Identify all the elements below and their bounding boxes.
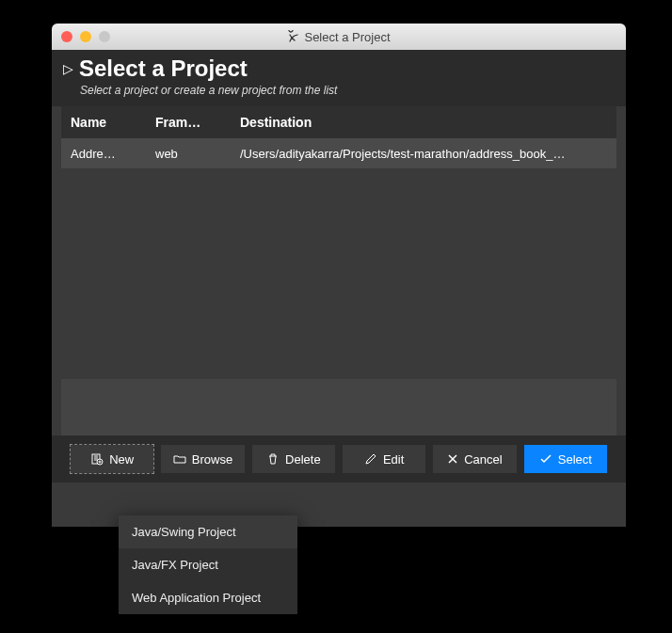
check-icon	[539, 452, 552, 466]
delete-button[interactable]: Delete	[252, 445, 335, 473]
cancel-button[interactable]: Cancel	[433, 445, 516, 473]
column-framework[interactable]: Fram…	[155, 115, 240, 130]
project-table: Name Fram… Destination Addre… web /Users…	[61, 106, 616, 379]
close-x-icon	[447, 453, 458, 465]
menu-java-swing[interactable]: Java/Swing Project	[119, 515, 297, 548]
table-body: Addre… web /Users/adityakarra/Projects/t…	[61, 138, 616, 379]
cancel-label: Cancel	[464, 452, 502, 467]
new-icon	[90, 452, 104, 466]
cell-destination: /Users/adityakarra/Projects/test-maratho…	[240, 147, 607, 161]
edit-button[interactable]: Edit	[343, 445, 425, 473]
edit-label: Edit	[383, 452, 404, 467]
table-row[interactable]: Addre… web /Users/adityakarra/Projects/t…	[61, 138, 616, 168]
cell-name: Addre…	[71, 147, 155, 161]
page-title: Select a Project	[79, 55, 248, 82]
page-subtitle: Select a project or create a new project…	[80, 84, 615, 97]
close-icon[interactable]	[61, 31, 72, 42]
run-icon	[287, 30, 300, 43]
titlebar: Select a Project	[52, 24, 626, 50]
browse-icon	[173, 452, 186, 466]
new-dropdown: Java/Swing Project Java/FX Project Web A…	[119, 515, 297, 614]
column-destination[interactable]: Destination	[240, 115, 607, 130]
new-button[interactable]: New	[71, 445, 153, 473]
button-bar: New Browse Delete Edit Cancel	[52, 435, 626, 483]
spacer	[61, 379, 616, 435]
window-title-wrap: Select a Project	[52, 30, 626, 44]
traffic-lights	[61, 31, 110, 42]
dialog-window: Select a Project ▷ Select a Project Sele…	[52, 24, 626, 527]
table-header: Name Fram… Destination	[61, 106, 616, 138]
new-label: New	[109, 452, 134, 467]
column-name[interactable]: Name	[71, 115, 155, 130]
select-label: Select	[558, 452, 592, 467]
cell-framework: web	[155, 147, 240, 161]
menu-web-app[interactable]: Web Application Project	[119, 581, 297, 614]
delete-label: Delete	[285, 452, 321, 467]
pencil-icon	[364, 452, 377, 466]
header: ▷ Select a Project Select a project or c…	[52, 50, 626, 106]
browse-button[interactable]: Browse	[161, 445, 244, 473]
menu-java-fx[interactable]: Java/FX Project	[119, 548, 297, 581]
maximize-icon[interactable]	[99, 31, 110, 42]
browse-label: Browse	[192, 452, 232, 467]
window-title: Select a Project	[304, 30, 390, 44]
select-button[interactable]: Select	[524, 445, 607, 473]
triangle-right-icon: ▷	[63, 61, 73, 76]
trash-icon	[266, 452, 280, 466]
minimize-icon[interactable]	[80, 31, 91, 42]
header-title-row: ▷ Select a Project	[63, 55, 615, 82]
